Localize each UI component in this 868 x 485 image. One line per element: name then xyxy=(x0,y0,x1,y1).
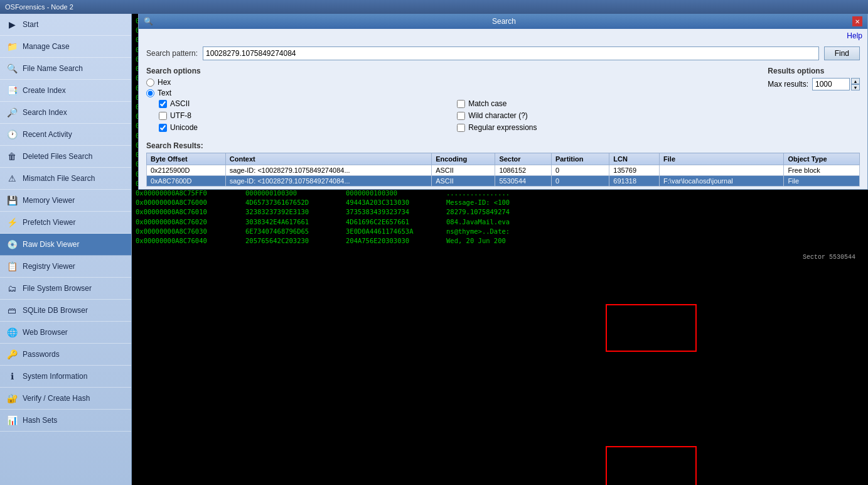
sidebar-item-system-information[interactable]: ℹ System Information xyxy=(0,366,131,388)
ascii-checkbox[interactable] xyxy=(159,100,167,108)
sidebar-icon-prefetch-viewer: ⚡ xyxy=(5,215,19,229)
hex-bytes2: 3735383439323734 xyxy=(346,207,446,217)
table-cell: 1086152 xyxy=(495,165,552,176)
sidebar-item-prefetch-viewer[interactable]: ⚡ Prefetch Viewer xyxy=(0,212,131,234)
wild-char-checkbox-row: Wild character (?) xyxy=(457,111,742,120)
sidebar-icon-sqlite-db-browser: 🗃 xyxy=(5,303,19,317)
content-area: 0x00000000A8C75ED0 0000000C88255581 CD5C… xyxy=(132,14,868,485)
dialog-title-text: Search xyxy=(492,17,516,26)
text-label: Text xyxy=(158,89,171,97)
sidebar-label-mismatch-file-search: Mismatch File Search xyxy=(23,174,95,183)
sidebar-item-registry-viewer[interactable]: 📋 Registry Viewer xyxy=(0,256,131,278)
dialog-close-button[interactable]: ✕ xyxy=(852,16,862,26)
sidebar-item-search-index[interactable]: 🔎 Search Index xyxy=(0,102,131,124)
sidebar-label-deleted-files-search: Deleted Files Search xyxy=(23,152,92,161)
max-results-label: Max results: xyxy=(768,80,808,89)
table-cell: 691318 xyxy=(609,176,660,187)
table-cell: ASCII xyxy=(432,165,495,176)
sidebar-label-registry-viewer: Registry Viewer xyxy=(23,262,75,271)
sidebar-item-file-name-search[interactable]: 🔍 File Name Search xyxy=(0,58,131,80)
hex-bytes2: 49443A203C313030 xyxy=(346,198,446,207)
sidebar-item-create-index[interactable]: 📑 Create Index xyxy=(0,80,131,102)
search-options: Search options Hex Text ASCII xyxy=(146,67,742,134)
spinner-up-button[interactable]: ▲ xyxy=(851,78,860,84)
table-row[interactable]: 0x2125900Dsage-ID: <10028279.10758492740… xyxy=(147,165,860,176)
sidebar-icon-start: ▶ xyxy=(5,18,19,31)
utf8-label: UTF-8 xyxy=(170,111,191,120)
sidebar-item-recent-activity[interactable]: 🕐 Recent Activity xyxy=(0,124,131,146)
hex-bytes2: 204A756E20303030 xyxy=(346,236,446,246)
sidebar-label-start: Start xyxy=(23,20,38,29)
hex-bytes1: 205765642C203230 xyxy=(245,236,346,246)
help-link[interactable]: Help xyxy=(139,29,867,43)
hex-bytes2: 0000000100300 xyxy=(346,188,446,198)
sidebar-icon-hash-sets: 📊 xyxy=(5,413,19,427)
sidebar-item-raw-disk-viewer[interactable]: 💿 Raw Disk Viewer xyxy=(0,234,131,256)
hex-radio[interactable] xyxy=(146,79,154,87)
hex-addr: 0x00000000A8C76040 xyxy=(136,236,245,246)
hex-line: 0x00000000A8C76030 6E73407468796D65 3E0D… xyxy=(136,227,864,236)
sidebar-item-deleted-files-search[interactable]: 🗑 Deleted Files Search xyxy=(0,146,131,168)
sidebar-icon-recent-activity: 🕐 xyxy=(5,128,19,141)
results-column-header: Byte Offset xyxy=(147,153,226,165)
table-cell: 0xA8C7600D xyxy=(147,176,226,187)
spinner-down-button[interactable]: ▼ xyxy=(851,84,860,90)
sidebar-label-sqlite-db-browser: SQLite DB Browser xyxy=(23,306,88,315)
sidebar-icon-system-information: ℹ xyxy=(5,369,19,383)
sidebar-item-start[interactable]: ▶ Start xyxy=(0,14,131,36)
sidebar-label-file-name-search: File Name Search xyxy=(23,64,83,73)
table-cell xyxy=(660,165,784,176)
sidebar-item-memory-viewer[interactable]: 💾 Memory Viewer xyxy=(0,190,131,212)
sidebar-item-verify-create-hash[interactable]: 🔐 Verify / Create Hash xyxy=(0,388,131,410)
unicode-checkbox-row: Unicode xyxy=(159,123,444,132)
table-cell: ASCII xyxy=(432,176,495,187)
sidebar-label-recent-activity: Recent Activity xyxy=(23,130,72,139)
text-radio-row: Text xyxy=(146,89,742,97)
max-results-input[interactable] xyxy=(812,78,850,90)
results-column-header: Encoding xyxy=(432,153,495,165)
options-section: Search options Hex Text ASCII xyxy=(139,64,867,139)
hex-bytes1: 3038342E4A617661 xyxy=(245,217,346,227)
sidebar-label-verify-create-hash: Verify / Create Hash xyxy=(23,394,90,403)
text-radio[interactable] xyxy=(146,89,154,97)
main-layout: ▶ Start 📁 Manage Case 🔍 File Name Search… xyxy=(0,14,868,485)
table-cell: 0 xyxy=(551,176,609,187)
results-column-header: Sector xyxy=(495,153,552,165)
hex-addr: 0x00000000A8C76010 xyxy=(136,207,245,217)
sidebar: ▶ Start 📁 Manage Case 🔍 File Name Search… xyxy=(0,14,132,485)
hex-ascii: 084.JavaMail.eva xyxy=(446,217,510,227)
wild-char-checkbox[interactable] xyxy=(457,112,465,120)
sidebar-icon-web-browser: 🌐 xyxy=(5,325,19,339)
hex-addr: 0x00000000A8C75FF0 xyxy=(136,188,245,198)
sidebar-item-file-system-browser[interactable]: 🗂 File System Browser xyxy=(0,278,131,300)
table-row[interactable]: 0xA8C7600Dsage-ID: <10028279.10758492740… xyxy=(147,176,860,187)
regex-checkbox-row: Regular expressions xyxy=(457,123,742,132)
find-button[interactable]: Find xyxy=(824,46,860,60)
sidebar-item-manage-case[interactable]: 📁 Manage Case xyxy=(0,36,131,58)
table-cell: 135769 xyxy=(609,165,660,176)
ascii-label: ASCII xyxy=(170,99,190,108)
sidebar-item-sqlite-db-browser[interactable]: 🗃 SQLite DB Browser xyxy=(0,300,131,322)
app-title: OSForensics - Node 2 xyxy=(5,3,73,11)
sidebar-item-passwords[interactable]: 🔑 Passwords xyxy=(0,344,131,366)
regex-checkbox[interactable] xyxy=(457,124,465,132)
sidebar-item-hash-sets[interactable]: 📊 Hash Sets xyxy=(0,410,131,432)
hex-ascii: Message-ID: <100 xyxy=(446,198,510,207)
sidebar-icon-file-name-search: 🔍 xyxy=(5,62,19,75)
match-case-checkbox-row: Match case xyxy=(457,99,742,108)
hex-line: 0x00000000A8C75FF0 0000000100300 0000000… xyxy=(136,188,864,198)
hex-ascii: Wed, 20 Jun 200 xyxy=(446,236,506,246)
utf8-checkbox[interactable] xyxy=(159,112,167,120)
unicode-checkbox[interactable] xyxy=(159,124,167,132)
hex-bytes1: 4D6573736167652D xyxy=(245,198,346,207)
sidebar-label-system-information: System Information xyxy=(23,372,87,381)
checkboxes-grid: ASCII Match case UTF-8 Wild charact xyxy=(159,99,742,134)
sidebar-label-web-browser: Web Browser xyxy=(23,328,68,337)
sidebar-item-web-browser[interactable]: 🌐 Web Browser xyxy=(0,322,131,344)
sidebar-icon-verify-create-hash: 🔐 xyxy=(5,391,19,405)
match-case-checkbox[interactable] xyxy=(457,100,465,108)
regex-label: Regular expressions xyxy=(468,123,537,132)
sidebar-icon-raw-disk-viewer: 💿 xyxy=(5,237,19,251)
search-pattern-input[interactable] xyxy=(203,46,819,60)
sidebar-item-mismatch-file-search[interactable]: ⚠ Mismatch File Search xyxy=(0,168,131,190)
